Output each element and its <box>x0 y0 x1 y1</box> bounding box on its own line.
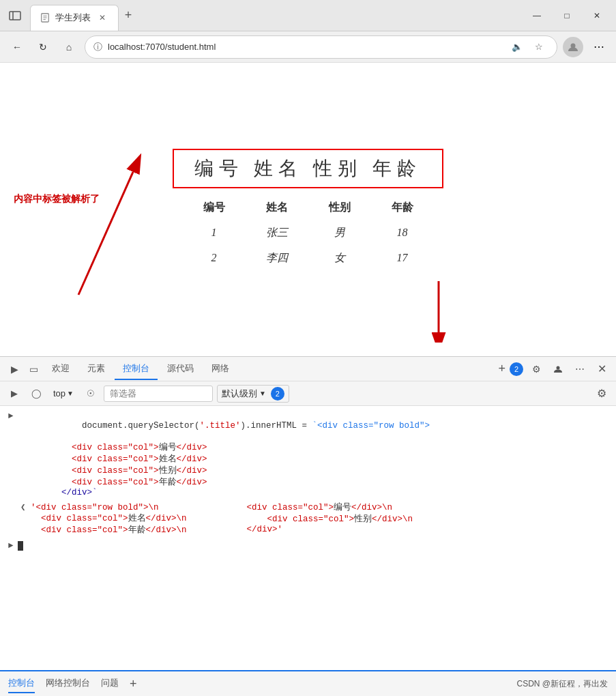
cell-id-1: 1 <box>183 220 246 246</box>
svg-point-11 <box>557 366 560 369</box>
window-controls-right: — □ ✕ <box>523 5 611 27</box>
console-output-right: <div class="col">编号</div>\n <div class="… <box>214 502 413 536</box>
filter-input[interactable] <box>104 386 213 402</box>
console-output-right-3: </div>' <box>214 525 413 534</box>
console-output-left-2: <div class="col">姓名</div>\n <box>8 512 187 524</box>
devtools-close-button[interactable]: ✕ <box>593 360 611 378</box>
browser-window: 学生列表 ✕ + — □ ✕ ← ↻ ⌂ ⓘ localhost:7070/st… <box>0 0 616 696</box>
col-header-age: 年龄 <box>371 195 434 220</box>
maximize-button[interactable]: □ <box>553 5 581 27</box>
favorites-button[interactable]: ☆ <box>529 38 548 57</box>
table-row: 2 李四 女 17 <box>183 246 434 271</box>
console-output-left-text: ❮ '<div class="row bold">\n <box>8 502 187 512</box>
col-header-name: 姓名 <box>246 195 308 220</box>
security-icon: ⓘ <box>93 41 102 53</box>
cell-age-2: 17 <box>371 246 434 271</box>
block-console-button[interactable]: ◯ <box>27 385 45 403</box>
console-input-text: document.querySelector('.title').innerHT… <box>20 411 430 440</box>
bottom-tab-issues[interactable]: 问题 <box>101 674 119 693</box>
svg-rect-0 <box>10 12 20 20</box>
svg-point-6 <box>571 43 576 48</box>
console-output-right-2: <div class="col">性别</div>\n <box>214 513 413 525</box>
down-arrow <box>398 274 480 343</box>
new-tab-button[interactable]: + <box>119 6 138 25</box>
svg-line-8 <box>78 172 133 295</box>
address-actions: 🔈 ☆ <box>508 38 548 57</box>
tab-source[interactable]: 源代码 <box>159 358 202 380</box>
more-options-button[interactable]: ⋯ <box>589 37 609 57</box>
page-content: 内容中标签被解析了 编号 姓名 性别 年龄 <box>0 63 616 356</box>
console-result-5: </div>` <box>8 488 608 497</box>
title-box: 编号 姓名 性别 年龄 <box>173 149 443 188</box>
console-result-4: <div class="col">年龄</div> <box>8 476 608 488</box>
devtools-inspect-button[interactable]: ▶ <box>5 360 23 378</box>
clear-console-button[interactable]: ▶ <box>5 385 23 403</box>
refresh-button[interactable]: ↻ <box>33 37 53 57</box>
console-result-3: <div class="col">性别</div> <box>8 465 608 476</box>
cell-id-2: 2 <box>183 246 246 271</box>
console-input-line: ► document.querySelector('.title').inner… <box>8 411 608 440</box>
eye-icon-button[interactable]: ☉ <box>82 385 100 403</box>
back-button[interactable]: ← <box>7 37 27 57</box>
title-box-text: 编号 姓名 性别 年龄 <box>194 158 422 179</box>
tab-console[interactable]: 控制台 <box>115 358 158 380</box>
minimize-button[interactable]: — <box>523 5 551 27</box>
cell-age-1: 18 <box>371 220 434 246</box>
home-button[interactable]: ⌂ <box>59 37 79 57</box>
log-level-label: 默认级别 <box>222 388 257 400</box>
profile-button[interactable] <box>563 37 583 57</box>
annotation-text: 内容中标签被解析了 <box>14 193 100 204</box>
tab-icon <box>40 13 50 23</box>
tab-welcome[interactable]: 欢迎 <box>44 358 78 380</box>
devtools-settings-button[interactable]: ⚙ <box>527 360 545 378</box>
col-header-gender: 性别 <box>308 195 371 220</box>
console-block-2: ❮ '<div class="row bold">\n <div class="… <box>8 502 608 536</box>
read-aloud-button[interactable]: 🔈 <box>508 38 527 57</box>
console-cursor <box>18 541 23 551</box>
console-chevron: ► <box>8 411 16 421</box>
tab-elements[interactable]: 元素 <box>79 358 113 380</box>
console-result-1: <div class="col">编号</div> <box>8 441 608 453</box>
devtools-add-tab-button[interactable]: + <box>498 362 505 376</box>
console-block-1: ► document.querySelector('.title').inner… <box>8 411 608 497</box>
console-output-left: ❮ '<div class="row bold">\n <div class="… <box>8 502 187 536</box>
annotation-arrow <box>10 131 181 322</box>
sidebar-toggle-button[interactable] <box>5 6 25 25</box>
bottom-right-text: CSDN @新征程，再出发 <box>516 678 608 690</box>
tab-network[interactable]: 网络 <box>203 358 237 380</box>
devtools-tab-actions: + 2 ⚙ ⋯ ✕ <box>498 360 611 378</box>
col-header-id: 编号 <box>183 195 246 220</box>
tab-close-button[interactable]: ✕ <box>96 12 108 24</box>
devtools-toolbar: ▶ ◯ top ▼ ☉ 默认级别 ▼ 2 ⚙ <box>0 381 616 406</box>
devtools-panel: ▶ ▭ 欢迎 元素 控制台 源代码 网络 + 2 ⚙ ⋯ ✕ <box>0 356 616 670</box>
bottom-tab-console[interactable]: 控制台 <box>8 674 35 693</box>
devtools-device-button[interactable]: ▭ <box>25 360 42 378</box>
devtools-console[interactable]: ► document.querySelector('.title').inner… <box>0 406 616 670</box>
bottom-add-button[interactable]: + <box>130 677 137 691</box>
devtools-more-button[interactable]: ⋯ <box>571 360 589 378</box>
browser-tab[interactable]: 学生列表 ✕ <box>30 5 119 31</box>
table-row: 1 张三 男 18 <box>183 220 434 246</box>
table-header-row: 编号 姓名 性别 年龄 <box>183 195 434 220</box>
address-text: localhost:7070/student.html <box>108 42 502 52</box>
devtools-badge: 2 <box>510 362 523 376</box>
profile-icon <box>553 364 563 374</box>
log-level-dropdown[interactable]: 默认级别 ▼ 2 <box>217 385 289 403</box>
console-cursor-line[interactable]: ► <box>8 541 608 551</box>
context-selector[interactable]: top ▼ <box>49 387 78 400</box>
cell-gender-2: 女 <box>308 246 371 271</box>
profile-icon <box>568 42 578 53</box>
bottom-tab-network-console[interactable]: 网络控制台 <box>46 674 90 693</box>
tab-title: 学生列表 <box>55 12 91 24</box>
cell-name-2: 李四 <box>246 246 308 271</box>
console-prompt-icon: ► <box>8 541 14 551</box>
console-settings-button[interactable]: ⚙ <box>593 385 611 403</box>
cell-gender-1: 男 <box>308 220 371 246</box>
address-bar: ← ↻ ⌂ ⓘ localhost:7070/student.html 🔈 ☆ … <box>0 31 616 63</box>
console-output-right-1: <div class="col">编号</div>\n <box>214 502 413 513</box>
devtools-tab-bar: ▶ ▭ 欢迎 元素 控制台 源代码 网络 + 2 ⚙ ⋯ ✕ <box>0 357 616 381</box>
close-button[interactable]: ✕ <box>583 5 611 27</box>
bottom-bar: 控制台 网络控制台 问题 + CSDN @新征程，再出发 <box>0 670 616 696</box>
devtools-profile-button[interactable] <box>549 360 567 378</box>
address-bar-input[interactable]: ⓘ localhost:7070/student.html 🔈 ☆ <box>85 35 557 59</box>
